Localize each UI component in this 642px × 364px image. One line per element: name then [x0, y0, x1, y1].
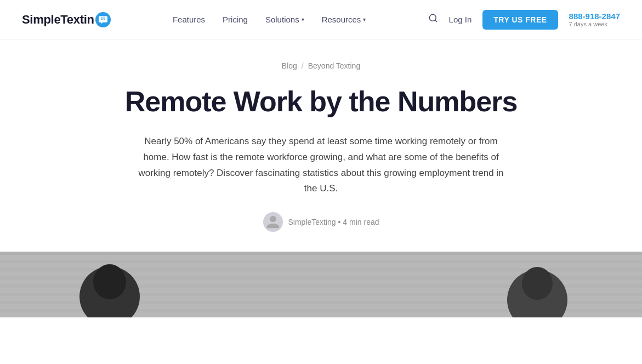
- article-subtitle: Nearly 50% of Americans say they spend a…: [135, 134, 508, 197]
- header-right: Log In TRY US FREE 888-918-2847 7 days a…: [428, 10, 620, 30]
- main-nav: Features Pricing Solutions ▾ Resources ▾: [173, 15, 366, 24]
- phone-block: 888-918-2847 7 days a week: [569, 12, 620, 27]
- nav-resources[interactable]: Resources ▾: [322, 15, 366, 24]
- solutions-chevron-icon: ▾: [302, 16, 304, 22]
- phone-number[interactable]: 888-918-2847: [569, 12, 620, 21]
- svg-rect-4: [0, 260, 642, 263]
- logo-text: SimpleTextin: [22, 13, 94, 27]
- breadcrumb: Blog / Beyond Texting: [282, 61, 360, 70]
- author-avatar: [263, 212, 283, 232]
- login-link[interactable]: Log In: [449, 15, 472, 24]
- article-title: Remote Work by the Numbers: [125, 86, 518, 118]
- nav-features[interactable]: Features: [173, 15, 205, 24]
- nav-pricing[interactable]: Pricing: [223, 15, 248, 24]
- main-content: Blog / Beyond Texting Remote Work by the…: [0, 39, 642, 252]
- site-header: SimpleTextin Features Pricing Solutions …: [0, 0, 642, 39]
- breadcrumb-current: Beyond Texting: [308, 61, 360, 70]
- breadcrumb-blog[interactable]: Blog: [282, 61, 297, 70]
- resources-chevron-icon: ▾: [363, 16, 366, 22]
- phone-subtitle: 7 days a week: [569, 21, 607, 27]
- svg-point-14: [522, 267, 553, 300]
- hero-image-inner: [0, 252, 642, 317]
- author-name: SimpleTexting: [288, 218, 336, 226]
- logo[interactable]: SimpleTextin: [22, 12, 111, 27]
- nav-solutions[interactable]: Solutions ▾: [265, 15, 304, 24]
- svg-line-1: [435, 20, 436, 21]
- hero-image: [0, 252, 642, 317]
- logo-icon: [95, 12, 111, 27]
- breadcrumb-separator: /: [302, 61, 304, 70]
- author-meta: SimpleTexting • 4 min read: [288, 218, 379, 226]
- try-us-free-button[interactable]: TRY US FREE: [482, 10, 558, 30]
- svg-point-12: [93, 264, 126, 299]
- read-time: 4 min read: [343, 218, 379, 226]
- svg-rect-3: [0, 252, 642, 255]
- search-icon[interactable]: [428, 13, 438, 26]
- author-row: SimpleTexting • 4 min read: [263, 212, 379, 232]
